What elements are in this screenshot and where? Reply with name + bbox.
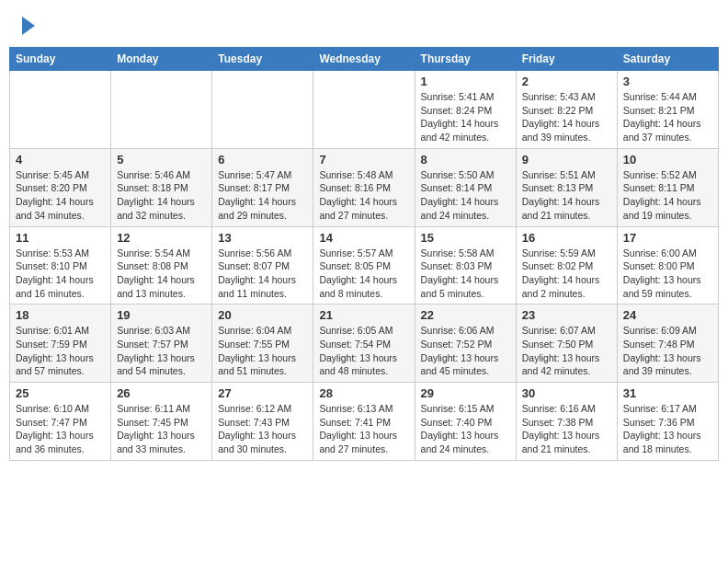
day-info: Sunrise: 6:10 AM Sunset: 7:47 PM Dayligh…	[16, 402, 105, 456]
calendar-week-row: 25Sunrise: 6:10 AM Sunset: 7:47 PM Dayli…	[10, 383, 719, 461]
calendar-cell: 12Sunrise: 5:54 AM Sunset: 8:08 PM Dayli…	[111, 226, 212, 304]
calendar-cell: 22Sunrise: 6:06 AM Sunset: 7:52 PM Dayli…	[415, 304, 516, 383]
calendar-cell: 13Sunrise: 5:56 AM Sunset: 8:07 PM Dayli…	[212, 226, 313, 304]
day-info: Sunrise: 5:50 AM Sunset: 8:14 PM Dayligh…	[421, 168, 510, 223]
day-info: Sunrise: 6:09 AM Sunset: 7:48 PM Dayligh…	[623, 324, 712, 378]
day-number: 19	[117, 308, 206, 322]
calendar-header-friday: Friday	[516, 48, 617, 71]
day-info: Sunrise: 6:03 AM Sunset: 7:57 PM Dayligh…	[117, 324, 206, 378]
calendar-cell: 24Sunrise: 6:09 AM Sunset: 7:48 PM Dayli…	[617, 304, 718, 383]
calendar-cell	[111, 71, 212, 149]
day-number: 3	[623, 75, 712, 88]
logo-triangle-icon	[22, 17, 35, 35]
day-number: 29	[421, 386, 510, 400]
day-info: Sunrise: 6:00 AM Sunset: 8:00 PM Dayligh…	[623, 247, 712, 301]
day-info: Sunrise: 6:13 AM Sunset: 7:41 PM Dayligh…	[319, 402, 408, 456]
day-info: Sunrise: 6:16 AM Sunset: 7:38 PM Dayligh…	[522, 402, 611, 456]
calendar-cell: 30Sunrise: 6:16 AM Sunset: 7:38 PM Dayli…	[516, 383, 617, 461]
day-number: 21	[319, 308, 408, 322]
day-number: 23	[522, 308, 611, 322]
logo	[22, 17, 35, 40]
calendar-cell	[212, 71, 313, 149]
day-number: 5	[117, 153, 206, 167]
calendar-cell: 18Sunrise: 6:01 AM Sunset: 7:59 PM Dayli…	[10, 304, 111, 383]
calendar-week-row: 1Sunrise: 5:41 AM Sunset: 8:24 PM Daylig…	[10, 71, 719, 149]
day-number: 9	[522, 153, 611, 167]
calendar-cell: 9Sunrise: 5:51 AM Sunset: 8:13 PM Daylig…	[516, 148, 617, 226]
calendar-cell: 31Sunrise: 6:17 AM Sunset: 7:36 PM Dayli…	[617, 383, 718, 461]
day-info: Sunrise: 5:58 AM Sunset: 8:03 PM Dayligh…	[421, 247, 510, 301]
day-number: 25	[16, 386, 105, 400]
day-number: 6	[218, 153, 307, 167]
day-number: 26	[117, 386, 206, 400]
calendar-cell: 5Sunrise: 5:46 AM Sunset: 8:18 PM Daylig…	[111, 148, 212, 226]
day-info: Sunrise: 6:12 AM Sunset: 7:43 PM Dayligh…	[218, 402, 307, 456]
day-number: 18	[16, 308, 105, 322]
calendar-cell: 20Sunrise: 6:04 AM Sunset: 7:55 PM Dayli…	[212, 304, 313, 383]
day-info: Sunrise: 5:51 AM Sunset: 8:13 PM Dayligh…	[522, 168, 611, 223]
day-number: 30	[522, 386, 611, 400]
calendar-cell: 28Sunrise: 6:13 AM Sunset: 7:41 PM Dayli…	[313, 383, 415, 461]
day-number: 8	[421, 153, 510, 167]
calendar-table: SundayMondayTuesdayWednesdayThursdayFrid…	[9, 47, 719, 461]
calendar-cell: 8Sunrise: 5:50 AM Sunset: 8:14 PM Daylig…	[415, 148, 516, 226]
calendar-cell: 21Sunrise: 6:05 AM Sunset: 7:54 PM Dayli…	[313, 304, 415, 383]
calendar-cell: 23Sunrise: 6:07 AM Sunset: 7:50 PM Dayli…	[516, 304, 617, 383]
day-info: Sunrise: 5:56 AM Sunset: 8:07 PM Dayligh…	[218, 247, 307, 301]
day-number: 20	[218, 308, 307, 322]
day-info: Sunrise: 5:43 AM Sunset: 8:22 PM Dayligh…	[522, 90, 611, 144]
day-info: Sunrise: 5:46 AM Sunset: 8:18 PM Dayligh…	[117, 168, 206, 223]
calendar-cell: 4Sunrise: 5:45 AM Sunset: 8:20 PM Daylig…	[10, 148, 111, 226]
calendar-header-monday: Monday	[111, 48, 212, 71]
calendar-header-thursday: Thursday	[415, 48, 516, 71]
day-number: 12	[117, 231, 206, 245]
calendar-cell: 17Sunrise: 6:00 AM Sunset: 8:00 PM Dayli…	[617, 226, 718, 304]
calendar-cell: 2Sunrise: 5:43 AM Sunset: 8:22 PM Daylig…	[516, 71, 617, 149]
calendar-cell: 10Sunrise: 5:52 AM Sunset: 8:11 PM Dayli…	[617, 148, 718, 226]
day-info: Sunrise: 6:05 AM Sunset: 7:54 PM Dayligh…	[319, 324, 408, 378]
calendar-cell: 14Sunrise: 5:57 AM Sunset: 8:05 PM Dayli…	[313, 226, 415, 304]
day-number: 27	[218, 386, 307, 400]
day-info: Sunrise: 5:52 AM Sunset: 8:11 PM Dayligh…	[623, 168, 712, 223]
calendar-header-tuesday: Tuesday	[212, 48, 313, 71]
day-info: Sunrise: 6:01 AM Sunset: 7:59 PM Dayligh…	[16, 324, 105, 378]
day-number: 11	[16, 231, 105, 245]
day-number: 31	[623, 386, 712, 400]
calendar-week-row: 11Sunrise: 5:53 AM Sunset: 8:10 PM Dayli…	[10, 226, 719, 304]
day-info: Sunrise: 6:15 AM Sunset: 7:40 PM Dayligh…	[421, 402, 510, 456]
calendar-header-row: SundayMondayTuesdayWednesdayThursdayFrid…	[10, 48, 719, 71]
day-info: Sunrise: 5:59 AM Sunset: 8:02 PM Dayligh…	[522, 247, 611, 301]
day-info: Sunrise: 6:07 AM Sunset: 7:50 PM Dayligh…	[522, 324, 611, 378]
calendar-cell: 7Sunrise: 5:48 AM Sunset: 8:16 PM Daylig…	[313, 148, 415, 226]
day-info: Sunrise: 6:06 AM Sunset: 7:52 PM Dayligh…	[421, 324, 510, 378]
calendar-cell	[313, 71, 415, 149]
day-info: Sunrise: 6:04 AM Sunset: 7:55 PM Dayligh…	[218, 324, 307, 378]
calendar-cell: 26Sunrise: 6:11 AM Sunset: 7:45 PM Dayli…	[111, 383, 212, 461]
day-number: 10	[623, 153, 712, 167]
calendar-cell: 11Sunrise: 5:53 AM Sunset: 8:10 PM Dayli…	[10, 226, 111, 304]
day-info: Sunrise: 5:57 AM Sunset: 8:05 PM Dayligh…	[319, 247, 408, 301]
calendar-cell	[10, 71, 111, 149]
day-number: 7	[319, 153, 408, 167]
day-info: Sunrise: 6:17 AM Sunset: 7:36 PM Dayligh…	[623, 402, 712, 456]
day-info: Sunrise: 5:48 AM Sunset: 8:16 PM Dayligh…	[319, 168, 408, 223]
calendar-cell: 19Sunrise: 6:03 AM Sunset: 7:57 PM Dayli…	[111, 304, 212, 383]
day-number: 24	[623, 308, 712, 322]
day-number: 1	[421, 75, 510, 88]
calendar-week-row: 18Sunrise: 6:01 AM Sunset: 7:59 PM Dayli…	[10, 304, 719, 383]
day-info: Sunrise: 5:44 AM Sunset: 8:21 PM Dayligh…	[623, 90, 712, 144]
calendar-header-wednesday: Wednesday	[313, 48, 415, 71]
page-header	[0, 0, 728, 47]
calendar-cell: 29Sunrise: 6:15 AM Sunset: 7:40 PM Dayli…	[415, 383, 516, 461]
day-info: Sunrise: 6:11 AM Sunset: 7:45 PM Dayligh…	[117, 402, 206, 456]
day-info: Sunrise: 5:47 AM Sunset: 8:17 PM Dayligh…	[218, 168, 307, 223]
calendar-header-saturday: Saturday	[617, 48, 718, 71]
day-info: Sunrise: 5:41 AM Sunset: 8:24 PM Dayligh…	[421, 90, 510, 144]
calendar-header-sunday: Sunday	[10, 48, 111, 71]
day-number: 22	[421, 308, 510, 322]
day-number: 14	[319, 231, 408, 245]
day-number: 2	[522, 75, 611, 88]
day-number: 28	[319, 386, 408, 400]
day-number: 4	[16, 153, 105, 167]
day-number: 15	[421, 231, 510, 245]
